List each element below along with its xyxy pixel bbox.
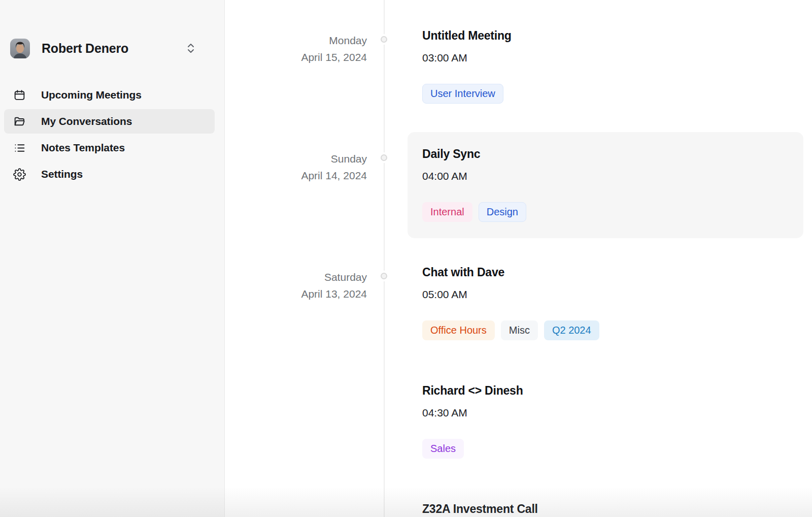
- sidebar-item-settings[interactable]: Settings: [4, 162, 215, 186]
- sidebar-item-label: My Conversations: [41, 115, 132, 127]
- sidebar-item-upcoming-meetings[interactable]: Upcoming Meetings: [4, 83, 215, 107]
- profile-switcher[interactable]: Robert Denero: [10, 37, 214, 59]
- meetings-column: Untitled Meeting 03:00 AM User Interview: [422, 29, 812, 147]
- timeline-dot: [381, 154, 387, 161]
- meeting-title: Untitled Meeting: [422, 29, 812, 43]
- timeline-groups: Monday April 15, 2024 Untitled Meeting 0…: [225, 29, 812, 517]
- meeting-tags: Office HoursMiscQ2 2024: [422, 320, 812, 340]
- avatar: [10, 39, 30, 58]
- gear-icon: [13, 168, 26, 181]
- meeting-title: Z32A Investment Call: [422, 502, 812, 516]
- chevron-up-down-icon: [187, 43, 195, 54]
- meeting-title: Daily Sync: [422, 147, 812, 161]
- meeting-tag[interactable]: Q2 2024: [544, 320, 599, 340]
- meeting-time: 04:30 AM: [422, 406, 812, 419]
- meeting-title: Richard <> Dinesh: [422, 384, 812, 398]
- timeline-panel: Monday April 15, 2024 Untitled Meeting 0…: [225, 0, 812, 517]
- meeting-tag[interactable]: Office Hours: [422, 320, 495, 340]
- weekday-label: Sunday: [225, 150, 367, 167]
- app-window: Robert Denero Upcoming Meetings My Conve…: [0, 0, 812, 517]
- calendar-icon: [13, 89, 26, 102]
- weekday-label: Monday: [225, 32, 367, 49]
- meeting-time: 04:00 AM: [422, 170, 812, 182]
- meeting-tag[interactable]: Internal: [422, 202, 472, 222]
- meeting-tag[interactable]: User Interview: [422, 84, 503, 104]
- meeting-title: Chat with Dave: [422, 266, 812, 279]
- sidebar-item-my-conversations[interactable]: My Conversations: [4, 109, 215, 134]
- meeting-item[interactable]: Richard <> Dinesh 04:30 AM Sales: [422, 384, 812, 502]
- sidebar-item-label: Notes Templates: [41, 142, 125, 154]
- profile-name: Robert Denero: [42, 41, 128, 56]
- meetings-column: Chat with Dave 05:00 AM Office HoursMisc…: [422, 266, 812, 517]
- timeline-dot: [381, 273, 387, 279]
- meeting-item[interactable]: Daily Sync 04:00 AM InternalDesign: [422, 147, 812, 266]
- weekday-label: Saturday: [225, 269, 367, 285]
- folder-icon: [13, 115, 26, 128]
- meeting-item[interactable]: Z32A Investment Call: [422, 502, 812, 517]
- date-text: April 14, 2024: [225, 167, 367, 184]
- timeline-dot: [381, 36, 387, 43]
- sidebar-item-label: Settings: [41, 168, 83, 180]
- date-text: April 13, 2024: [225, 285, 367, 302]
- meeting-tags: User Interview: [422, 84, 812, 104]
- meeting-tags: InternalDesign: [422, 202, 812, 222]
- date-text: April 15, 2024: [225, 49, 367, 66]
- sidebar-item-notes-templates[interactable]: Notes Templates: [4, 136, 215, 160]
- date-label: Saturday April 13, 2024: [225, 266, 367, 302]
- meeting-tag[interactable]: Design: [479, 202, 526, 222]
- meeting-item[interactable]: Chat with Dave 05:00 AM Office HoursMisc…: [422, 266, 812, 384]
- timeline-group: Monday April 15, 2024 Untitled Meeting 0…: [225, 29, 812, 147]
- timeline-group: Saturday April 13, 2024 Chat with Dave 0…: [225, 266, 812, 517]
- meeting-tags: Sales: [422, 439, 812, 459]
- sidebar: Robert Denero Upcoming Meetings My Conve…: [0, 0, 225, 517]
- sidebar-nav: Upcoming Meetings My Conversations Notes…: [4, 83, 215, 186]
- meeting-tag[interactable]: Misc: [501, 320, 538, 340]
- date-label: Sunday April 14, 2024: [225, 147, 367, 184]
- meetings-column: Daily Sync 04:00 AM InternalDesign: [422, 147, 812, 266]
- meeting-time: 03:00 AM: [422, 51, 812, 64]
- meeting-item[interactable]: Untitled Meeting 03:00 AM User Interview: [422, 29, 812, 147]
- meeting-time: 05:00 AM: [422, 288, 812, 301]
- list-icon: [13, 142, 26, 154]
- sidebar-item-label: Upcoming Meetings: [41, 89, 142, 101]
- date-label: Monday April 15, 2024: [225, 29, 367, 66]
- timeline-group: Sunday April 14, 2024 Daily Sync 04:00 A…: [225, 147, 812, 266]
- meeting-tag[interactable]: Sales: [422, 439, 464, 459]
